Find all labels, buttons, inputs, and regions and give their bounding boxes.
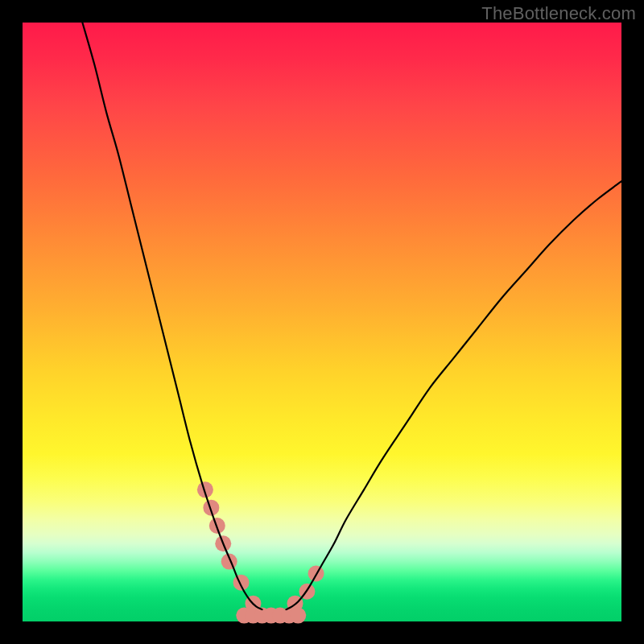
plot-area <box>23 23 621 621</box>
data-point <box>290 608 306 624</box>
chart-svg <box>23 23 621 621</box>
curve-right-curve <box>286 181 621 609</box>
watermark-text: TheBottleneck.com <box>481 3 636 24</box>
line-layer <box>82 23 621 609</box>
data-point <box>233 575 250 591</box>
curve-left-curve <box>82 23 262 609</box>
chart-frame: TheBottleneck.com <box>0 0 644 644</box>
scatter-layer <box>197 481 324 623</box>
